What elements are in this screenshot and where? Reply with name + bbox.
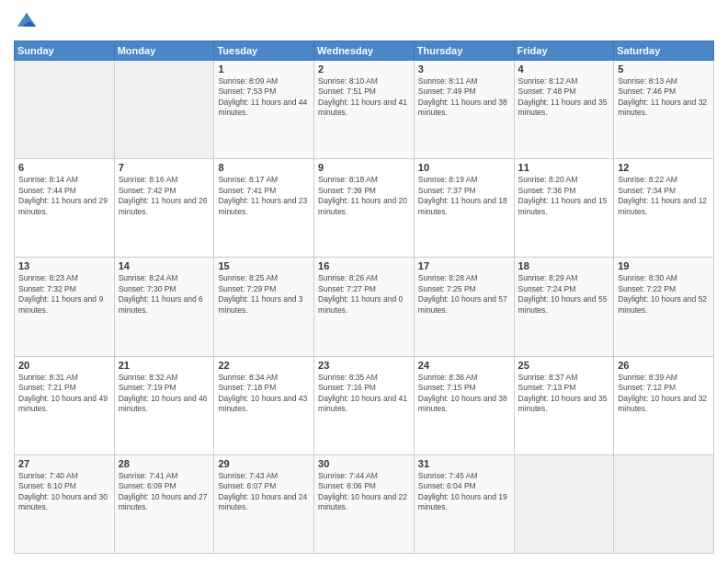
calendar-week-4: 27Sunrise: 7:40 AM Sunset: 6:10 PM Dayli… [15, 454, 714, 553]
day-number: 4 [518, 63, 610, 75]
day-number: 17 [418, 260, 510, 271]
calendar-cell: 4Sunrise: 8:12 AM Sunset: 7:48 PM Daylig… [514, 61, 614, 159]
day-number: 7 [119, 162, 210, 173]
col-header-thursday: Thursday [414, 41, 514, 61]
day-number: 8 [218, 162, 310, 173]
day-info: Sunrise: 8:25 AM Sunset: 7:29 PM Dayligh… [218, 273, 310, 316]
day-info: Sunrise: 8:35 AM Sunset: 7:16 PM Dayligh… [318, 373, 410, 415]
day-number: 11 [518, 162, 610, 173]
day-info: Sunrise: 7:40 AM Sunset: 6:10 PM Dayligh… [18, 471, 110, 513]
day-info: Sunrise: 8:12 AM Sunset: 7:48 PM Dayligh… [518, 76, 610, 119]
calendar-cell: 10Sunrise: 8:19 AM Sunset: 7:37 PM Dayli… [414, 159, 514, 258]
day-info: Sunrise: 7:43 AM Sunset: 6:07 PM Dayligh… [218, 471, 310, 513]
day-info: Sunrise: 8:29 AM Sunset: 7:24 PM Dayligh… [518, 273, 610, 316]
calendar-week-0: 1Sunrise: 8:09 AM Sunset: 7:53 PM Daylig… [15, 61, 714, 159]
day-info: Sunrise: 8:10 AM Sunset: 7:51 PM Dayligh… [318, 76, 410, 119]
day-info: Sunrise: 8:28 AM Sunset: 7:25 PM Dayligh… [418, 273, 510, 316]
day-info: Sunrise: 8:09 AM Sunset: 7:53 PM Dayligh… [218, 76, 310, 119]
calendar-cell: 18Sunrise: 8:29 AM Sunset: 7:24 PM Dayli… [514, 258, 614, 356]
day-info: Sunrise: 8:19 AM Sunset: 7:37 PM Dayligh… [418, 175, 510, 217]
day-number: 26 [618, 360, 710, 371]
calendar-week-2: 13Sunrise: 8:23 AM Sunset: 7:32 PM Dayli… [15, 258, 714, 356]
col-header-friday: Friday [514, 41, 614, 61]
header [14, 9, 714, 35]
day-number: 3 [418, 63, 510, 75]
day-info: Sunrise: 8:13 AM Sunset: 7:46 PM Dayligh… [618, 76, 710, 119]
calendar-table: SundayMondayTuesdayWednesdayThursdayFrid… [14, 40, 714, 554]
calendar-cell: 19Sunrise: 8:30 AM Sunset: 7:22 PM Dayli… [614, 258, 714, 356]
day-number: 5 [618, 63, 710, 75]
calendar-cell: 8Sunrise: 8:17 AM Sunset: 7:41 PM Daylig… [214, 159, 314, 258]
calendar-cell: 26Sunrise: 8:39 AM Sunset: 7:12 PM Dayli… [614, 356, 714, 454]
day-number: 14 [119, 260, 210, 271]
calendar-cell: 30Sunrise: 7:44 AM Sunset: 6:06 PM Dayli… [314, 454, 415, 553]
calendar-cell: 15Sunrise: 8:25 AM Sunset: 7:29 PM Dayli… [214, 258, 314, 356]
col-header-monday: Monday [114, 41, 214, 61]
calendar-cell: 28Sunrise: 7:41 AM Sunset: 6:09 PM Dayli… [114, 454, 214, 553]
day-info: Sunrise: 8:17 AM Sunset: 7:41 PM Dayligh… [218, 175, 310, 217]
page: SundayMondayTuesdayWednesdayThursdayFrid… [0, 0, 728, 563]
day-number: 1 [218, 63, 310, 75]
col-header-tuesday: Tuesday [214, 41, 314, 61]
day-number: 28 [119, 458, 210, 469]
day-info: Sunrise: 8:34 AM Sunset: 7:18 PM Dayligh… [218, 373, 310, 415]
day-info: Sunrise: 8:37 AM Sunset: 7:13 PM Dayligh… [518, 373, 610, 415]
calendar-cell: 22Sunrise: 8:34 AM Sunset: 7:18 PM Dayli… [214, 356, 314, 454]
calendar-cell: 2Sunrise: 8:10 AM Sunset: 7:51 PM Daylig… [314, 61, 415, 159]
day-info: Sunrise: 8:32 AM Sunset: 7:19 PM Dayligh… [119, 373, 210, 415]
day-info: Sunrise: 8:39 AM Sunset: 7:12 PM Dayligh… [618, 373, 710, 415]
day-number: 16 [318, 260, 410, 271]
day-number: 30 [318, 458, 410, 469]
col-header-wednesday: Wednesday [314, 41, 415, 61]
col-header-sunday: Sunday [15, 41, 115, 61]
day-number: 29 [218, 458, 310, 469]
day-number: 15 [218, 260, 310, 271]
calendar-cell: 1Sunrise: 8:09 AM Sunset: 7:53 PM Daylig… [214, 61, 314, 159]
day-number: 13 [18, 260, 110, 271]
day-number: 24 [418, 360, 510, 371]
calendar-cell: 7Sunrise: 8:16 AM Sunset: 7:42 PM Daylig… [114, 159, 214, 258]
day-info: Sunrise: 8:14 AM Sunset: 7:44 PM Dayligh… [18, 175, 110, 217]
calendar-cell: 11Sunrise: 8:20 AM Sunset: 7:36 PM Dayli… [514, 159, 614, 258]
calendar-cell: 12Sunrise: 8:22 AM Sunset: 7:34 PM Dayli… [614, 159, 714, 258]
day-number: 19 [618, 260, 710, 271]
day-info: Sunrise: 7:41 AM Sunset: 6:09 PM Dayligh… [119, 471, 210, 513]
calendar-cell: 5Sunrise: 8:13 AM Sunset: 7:46 PM Daylig… [614, 61, 714, 159]
day-number: 27 [18, 458, 110, 469]
day-number: 18 [518, 260, 610, 271]
calendar-cell: 20Sunrise: 8:31 AM Sunset: 7:21 PM Dayli… [15, 356, 115, 454]
calendar-cell: 25Sunrise: 8:37 AM Sunset: 7:13 PM Dayli… [514, 356, 614, 454]
day-number: 9 [318, 162, 410, 173]
calendar-cell: 23Sunrise: 8:35 AM Sunset: 7:16 PM Dayli… [314, 356, 415, 454]
day-info: Sunrise: 8:23 AM Sunset: 7:32 PM Dayligh… [18, 273, 110, 316]
day-number: 10 [418, 162, 510, 173]
day-info: Sunrise: 8:30 AM Sunset: 7:22 PM Dayligh… [618, 273, 710, 316]
day-info: Sunrise: 8:18 AM Sunset: 7:39 PM Dayligh… [318, 175, 410, 217]
day-info: Sunrise: 8:24 AM Sunset: 7:30 PM Dayligh… [119, 273, 210, 316]
day-number: 2 [318, 63, 410, 75]
day-number: 6 [18, 162, 110, 173]
day-info: Sunrise: 8:36 AM Sunset: 7:15 PM Dayligh… [418, 373, 510, 415]
calendar-cell: 6Sunrise: 8:14 AM Sunset: 7:44 PM Daylig… [15, 159, 115, 258]
day-number: 20 [18, 360, 110, 371]
calendar-cell: 16Sunrise: 8:26 AM Sunset: 7:27 PM Dayli… [314, 258, 415, 356]
day-number: 31 [418, 458, 510, 469]
calendar-cell [514, 454, 614, 553]
calendar-cell: 21Sunrise: 8:32 AM Sunset: 7:19 PM Dayli… [114, 356, 214, 454]
logo-icon [14, 9, 40, 35]
day-info: Sunrise: 8:26 AM Sunset: 7:27 PM Dayligh… [318, 273, 410, 316]
day-number: 23 [318, 360, 410, 371]
calendar-header-row: SundayMondayTuesdayWednesdayThursdayFrid… [15, 41, 714, 61]
day-number: 22 [218, 360, 310, 371]
calendar-cell: 13Sunrise: 8:23 AM Sunset: 7:32 PM Dayli… [15, 258, 115, 356]
calendar-week-1: 6Sunrise: 8:14 AM Sunset: 7:44 PM Daylig… [15, 159, 714, 258]
calendar-cell: 29Sunrise: 7:43 AM Sunset: 6:07 PM Dayli… [214, 454, 314, 553]
day-info: Sunrise: 7:44 AM Sunset: 6:06 PM Dayligh… [318, 471, 410, 513]
calendar-cell [614, 454, 714, 553]
calendar-cell: 27Sunrise: 7:40 AM Sunset: 6:10 PM Dayli… [15, 454, 115, 553]
calendar-week-3: 20Sunrise: 8:31 AM Sunset: 7:21 PM Dayli… [15, 356, 714, 454]
day-info: Sunrise: 8:20 AM Sunset: 7:36 PM Dayligh… [518, 175, 610, 217]
day-info: Sunrise: 7:45 AM Sunset: 6:04 PM Dayligh… [418, 471, 510, 513]
calendar-cell [15, 61, 115, 159]
day-number: 21 [119, 360, 210, 371]
